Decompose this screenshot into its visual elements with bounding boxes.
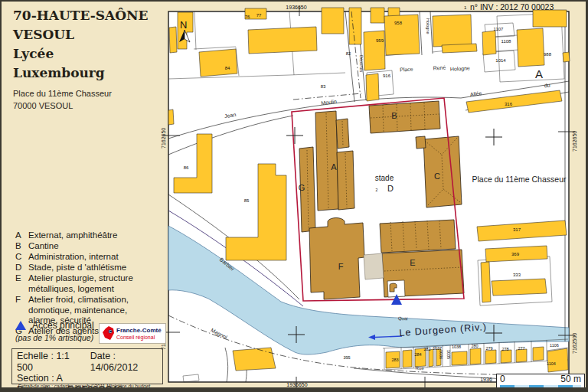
inventory-number: n° INV : 2012 70 00023 xyxy=(470,2,554,11)
svg-text:82: 82 xyxy=(346,51,351,56)
svg-text:277: 277 xyxy=(518,346,524,351)
legend-key: E xyxy=(15,273,28,294)
svg-text:77: 77 xyxy=(256,13,262,18)
svg-text:du: du xyxy=(544,83,550,89)
info-box: Echelle : 1:1 500 Date : 14/06/2012 Sect… xyxy=(11,348,163,384)
building-letter-b: B xyxy=(391,111,397,120)
school-name-2: Luxembourg xyxy=(13,64,149,83)
svg-text:283: 283 xyxy=(391,358,398,362)
france-map-icon: C xyxy=(101,325,116,342)
svg-text:280: 280 xyxy=(471,344,478,348)
city-title: VESOUL xyxy=(13,25,149,44)
legend-row: B Cantine xyxy=(15,241,156,252)
legend-label: Administration, internat xyxy=(28,252,156,263)
coord-bottom-right: 1936 xyxy=(480,377,492,382)
scale-bar-box: 0 50 m xyxy=(496,374,585,392)
legend-row: E Atelier plasturgie, structure métalliq… xyxy=(15,273,156,294)
legend-label: Atelier plasturgie, structure métallique… xyxy=(28,273,156,294)
svg-text:Déportés: Déportés xyxy=(359,55,364,73)
artistic-note: (pas de 1% artistique) xyxy=(15,333,93,342)
svg-text:86: 86 xyxy=(184,165,189,170)
title-block: 70-HAUTE-SAÔNE VESOUL Lycée Luxembourg xyxy=(13,6,149,83)
access-legend-row: Accès principal xyxy=(15,320,94,331)
svg-text:85: 85 xyxy=(244,198,250,203)
logo-region-name: Franche-Comté xyxy=(116,327,162,334)
svg-text:1036: 1036 xyxy=(439,350,443,359)
legend-label: Stade, piste d 'athlétisme xyxy=(28,263,156,273)
address-line-1: Place du 11ème Chasseur xyxy=(13,87,112,100)
svg-text:278: 278 xyxy=(501,347,508,351)
building-connector xyxy=(364,253,384,279)
date-value: Date : 14/06/2012 xyxy=(90,351,158,373)
scale-value: Echelle : 1:1 500 xyxy=(17,351,80,373)
legend-row: D Stade, piste d 'athlétisme xyxy=(15,263,156,273)
building-letter-a: A xyxy=(331,162,337,172)
svg-text:Rue: Rue xyxy=(415,366,424,371)
region-logo: C Franche-Comté Conseil régional xyxy=(99,323,166,344)
section-letter: A xyxy=(535,67,543,80)
svg-text:369: 369 xyxy=(511,252,520,256)
building-letter-c: C xyxy=(434,172,440,181)
legend-label: Cantine xyxy=(28,241,156,252)
svg-text:282: 282 xyxy=(423,347,430,351)
place-label: Place du 11ème Chasseur xyxy=(472,175,567,184)
svg-text:333: 333 xyxy=(513,273,521,277)
stade-label: stade xyxy=(375,174,394,182)
legend-row: C Administration, internat xyxy=(15,252,156,263)
inv-prefix: 1 xyxy=(464,5,467,10)
svg-text:84: 84 xyxy=(225,66,230,70)
svg-text:76: 76 xyxy=(245,15,250,19)
svg-text:958: 958 xyxy=(394,21,403,25)
svg-text:959: 959 xyxy=(376,38,384,43)
building-letter-f: F xyxy=(338,262,344,271)
svg-text:279: 279 xyxy=(485,346,492,351)
svg-text:1035: 1035 xyxy=(446,350,451,359)
coord-right-bottom: 7162500 xyxy=(572,333,577,354)
svg-text:1104: 1104 xyxy=(547,361,556,366)
building-letter-e: E xyxy=(410,258,415,267)
access-label: Accès principal xyxy=(32,320,94,331)
svg-text:395: 395 xyxy=(343,355,350,360)
coord-right-top: 7162650 xyxy=(572,131,577,152)
plan-page: N Le Durgeon (Riv.) Place du 11ème Chass… xyxy=(0,0,588,392)
legend-row: A Externat, amphithéâtre xyxy=(15,230,156,241)
coord-bottom: 1936650 xyxy=(286,382,307,387)
svg-text:1038: 1038 xyxy=(452,345,461,349)
scale-start: 0 xyxy=(500,374,505,384)
legend-key: B xyxy=(15,241,28,252)
left-panel: 70-HAUTE-SAÔNE VESOUL Lycée Luxembourg P… xyxy=(2,2,168,392)
building-letter-g: G xyxy=(299,183,305,192)
svg-text:Place: Place xyxy=(400,67,413,73)
department-title: 70-HAUTE-SAÔNE xyxy=(13,6,149,25)
svg-text:1107: 1107 xyxy=(494,27,505,31)
logo-subtitle: Conseil régional xyxy=(116,334,162,341)
coord-top: 1936650 xyxy=(286,5,306,10)
svg-text:317: 317 xyxy=(513,227,521,232)
svg-text:1108: 1108 xyxy=(501,39,512,44)
legend-key: C xyxy=(15,252,28,263)
svg-text:316: 316 xyxy=(505,102,513,106)
svg-text:Quai: Quai xyxy=(398,316,408,322)
svg-text:1106: 1106 xyxy=(550,343,559,348)
building-letter-d: D xyxy=(387,184,394,193)
legend-key: A xyxy=(15,230,28,241)
school-name-1: Lycée xyxy=(13,44,149,64)
svg-text:Hologne: Hologne xyxy=(426,18,430,34)
svg-text:284: 284 xyxy=(414,352,421,357)
building-a xyxy=(315,111,338,211)
svg-text:916: 916 xyxy=(383,74,391,78)
north-letter: N xyxy=(180,19,187,31)
section-value: Section : A xyxy=(17,373,158,384)
building-f xyxy=(309,218,364,300)
scale-end: 50 m xyxy=(560,374,581,384)
footer-note: Extrait de plan : cadastre.gouv.fr ©2011… xyxy=(2,384,168,389)
access-triangle-icon xyxy=(15,321,26,330)
svg-text:83: 83 xyxy=(321,84,326,89)
legend-key: D xyxy=(15,263,28,273)
svg-text:1014: 1014 xyxy=(495,58,506,63)
svg-text:C: C xyxy=(109,329,112,334)
legend-label: Externat, amphithéâtre xyxy=(28,230,156,241)
svg-text:2: 2 xyxy=(376,188,378,192)
scale-bar xyxy=(500,385,581,388)
address-block: Place du 11ème Chasseur 70000 VESOUL xyxy=(13,87,112,112)
